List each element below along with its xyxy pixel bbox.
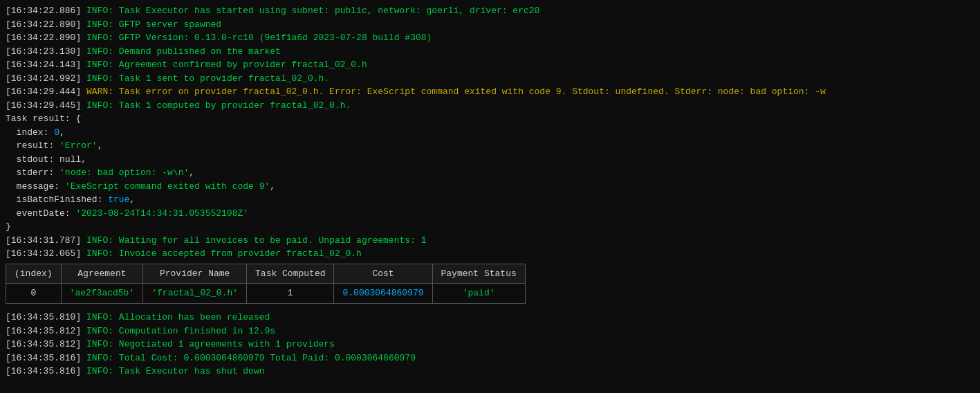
task-result-open: Task result: { <box>6 112 81 126</box>
log-msg: Allocation has been released <box>113 311 270 325</box>
log-line-4: [16:34:23.130] INFO: Demand published on… <box>6 45 974 59</box>
task-field-result: result: 'Error', <box>6 139 974 153</box>
field-key: isBatchFinished: <box>6 193 108 207</box>
log-level: INFO: <box>81 325 113 338</box>
log-line-15: [16:34:35.816] INFO: Task Executor has s… <box>6 365 974 378</box>
task-field-index: index: 0, <box>6 126 974 140</box>
field-key: message: <box>6 180 65 194</box>
log-msg: Total Cost: 0.0003064860979 Total Paid: … <box>113 351 416 365</box>
task-field-message: message: 'ExeScript command exited with … <box>6 180 974 194</box>
timestamp: [16:34:22.886] <box>6 4 81 18</box>
log-msg: Demand published on the market <box>113 45 281 59</box>
task-result-label: Task result: { <box>6 112 974 126</box>
terminal-output: [16:34:22.886] INFO: Task Executor has s… <box>6 4 974 378</box>
task-result-close: } <box>6 220 974 234</box>
log-line-10: [16:34:32.065] INFO: Invoice accepted fr… <box>6 247 974 261</box>
task-field-stdout: stdout: null, <box>6 153 974 167</box>
col-payment-status: Payment Status <box>432 264 525 284</box>
timestamp: [16:34:35.812] <box>6 338 81 351</box>
timestamp: [16:34:35.816] <box>6 365 81 378</box>
log-level: INFO: <box>81 58 113 72</box>
log-section-1: [16:34:22.886] INFO: Task Executor has s… <box>6 4 974 112</box>
timestamp: [16:34:22.890] <box>6 18 81 32</box>
log-level: INFO: <box>81 351 113 365</box>
log-line-14: [16:34:35.816] INFO: Total Cost: 0.00030… <box>6 351 974 365</box>
timestamp: [16:34:22.890] <box>6 31 81 45</box>
payment-table: (index) Agreement Provider Name Task Com… <box>6 264 526 304</box>
field-val: 0 <box>54 126 59 140</box>
log-level: INFO: <box>81 72 113 86</box>
task-result-block: Task result: { index: 0, result: 'Error'… <box>6 112 974 234</box>
timestamp: [16:34:35.812] <box>6 325 81 338</box>
timestamp: [16:34:24.992] <box>6 72 81 86</box>
field-key: result: <box>6 139 59 153</box>
field-val: '2023-08-24T14:34:31.053552108Z' <box>75 207 248 221</box>
log-level: INFO: <box>81 365 113 378</box>
field-key: stderr: <box>6 166 59 180</box>
timestamp: [16:34:32.065] <box>6 247 81 261</box>
cell-payment-status: 'paid' <box>432 284 525 304</box>
log-level: INFO: <box>81 4 113 18</box>
log-level: INFO: <box>81 45 113 59</box>
task-field-eventdate: eventDate: '2023-08-24T14:34:31.05355210… <box>6 207 974 221</box>
log-msg-warn: Task error on provider fractal_02_0.h. E… <box>113 85 826 99</box>
field-val: true <box>108 193 129 207</box>
log-line-3: [16:34:22.890] INFO: GFTP Version: 0.13.… <box>6 31 974 45</box>
log-msg: GFTP server spawned <box>113 18 221 32</box>
log-level: INFO: <box>81 311 113 325</box>
cell-index: 0 <box>6 284 62 304</box>
cell-cost: 0.0003064860979 <box>334 284 432 304</box>
log-line-5: [16:34:24.143] INFO: Agreement confirmed… <box>6 58 974 72</box>
log-line-12: [16:34:35.812] INFO: Computation finishe… <box>6 325 974 338</box>
log-line-9: [16:34:31.787] INFO: Waiting for all inv… <box>6 234 974 248</box>
log-section-3: [16:34:35.810] INFO: Allocation has been… <box>6 311 974 378</box>
log-msg: Negotiated 1 agreements with 1 providers <box>113 338 335 351</box>
timestamp: [16:34:35.816] <box>6 351 81 365</box>
closing-brace: } <box>6 220 11 234</box>
log-msg: Waiting for all invoices to be paid. Unp… <box>113 234 427 248</box>
col-cost: Cost <box>334 264 432 284</box>
task-field-batch: isBatchFinished: true, <box>6 193 974 207</box>
log-line-11: [16:34:35.810] INFO: Allocation has been… <box>6 311 974 325</box>
task-field-stderr: stderr: 'node: bad option: -w\n', <box>6 166 974 180</box>
log-msg: GFTP Version: 0.13.0-rc10 (9e1f1a6d 2023… <box>113 31 432 45</box>
timestamp: [16:34:31.787] <box>6 234 81 248</box>
cell-provider: 'fractal_02_0.h' <box>143 284 247 304</box>
timestamp: [16:34:29.445] <box>6 99 81 113</box>
log-section-2: [16:34:31.787] INFO: Waiting for all inv… <box>6 234 974 261</box>
log-level: INFO: <box>81 99 113 113</box>
log-msg: Task Executor has started using subnet: … <box>113 4 539 18</box>
table-row: 0 'ae2f3acd5b' 'fractal_02_0.h' 1 0.0003… <box>6 284 526 304</box>
log-msg: Computation finished in 12.9s <box>113 325 275 338</box>
col-agreement: Agreement <box>61 264 143 284</box>
field-key: index: <box>6 126 54 140</box>
log-msg: Invoice accepted from provider fractal_0… <box>113 247 362 261</box>
field-val: 'node: bad option: -w\n' <box>59 166 189 180</box>
timestamp: [16:34:35.810] <box>6 311 81 325</box>
log-level: INFO: <box>81 338 113 351</box>
log-line-8: [16:34:29.445] INFO: Task 1 computed by … <box>6 99 974 113</box>
log-msg: Task 1 computed by provider fractal_02_0… <box>113 99 351 113</box>
log-msg: Agreement confirmed by provider fractal_… <box>113 58 367 72</box>
cell-agreement: 'ae2f3acd5b' <box>61 284 143 304</box>
col-provider: Provider Name <box>143 264 247 284</box>
log-level: INFO: <box>81 31 113 45</box>
log-line-7: [16:34:29.444] WARN: Task error on provi… <box>6 85 974 99</box>
log-line-6: [16:34:24.992] INFO: Task 1 sent to prov… <box>6 72 974 86</box>
col-index: (index) <box>6 264 62 284</box>
field-key: stdout: <box>6 153 59 167</box>
field-val: null <box>59 153 81 167</box>
timestamp: [16:34:23.130] <box>6 45 81 59</box>
table-header-row: (index) Agreement Provider Name Task Com… <box>6 264 526 284</box>
log-level-warn: WARN: <box>81 85 113 99</box>
col-task-computed: Task Computed <box>247 264 334 284</box>
field-key: eventDate: <box>6 207 75 221</box>
field-val: 'Error' <box>59 139 98 153</box>
log-line-2: [16:34:22.890] INFO: GFTP server spawned <box>6 18 974 32</box>
timestamp: [16:34:24.143] <box>6 58 81 72</box>
log-line-1: [16:34:22.886] INFO: Task Executor has s… <box>6 4 974 18</box>
log-level: INFO: <box>81 247 113 261</box>
timestamp: [16:34:29.444] <box>6 85 81 99</box>
field-val: 'ExeScript command exited with code 9' <box>65 180 270 194</box>
log-line-13: [16:34:35.812] INFO: Negotiated 1 agreem… <box>6 338 974 351</box>
